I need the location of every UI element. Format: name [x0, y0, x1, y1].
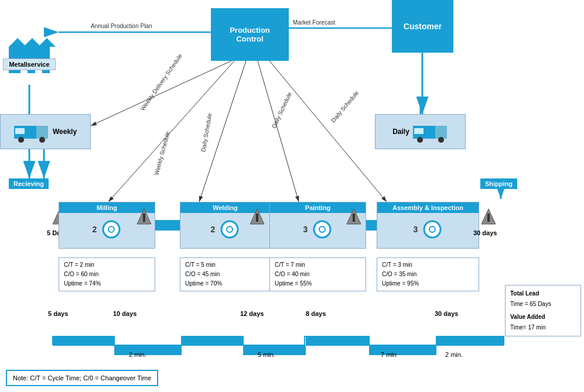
svg-marker-26 — [9, 38, 26, 47]
svg-point-34 — [18, 137, 24, 143]
timeline-day-3: 12 days — [240, 310, 264, 317]
welding-co: C/O = 45 min — [185, 270, 265, 279]
timeline-day-5: 30 days — [435, 310, 458, 317]
timeline-bar-2 — [182, 336, 243, 346]
timeline-bar-4 — [436, 336, 504, 346]
svg-line-13 — [108, 61, 234, 202]
svg-rect-33 — [15, 128, 25, 134]
painting-circle-icon — [312, 219, 332, 239]
painting-ct: C/T = 7 min — [275, 260, 361, 270]
value-added-label: Value Added — [510, 312, 576, 322]
truck-icon — [14, 120, 49, 143]
svg-rect-61 — [487, 214, 490, 222]
total-lead-label: Total Lead — [510, 288, 576, 299]
svg-point-40 — [438, 137, 444, 143]
customer-label: Customer — [404, 22, 442, 31]
summary-box: Total Lead Time = 65 Days Value Added Ti… — [505, 285, 581, 336]
milling-circle-icon — [101, 219, 121, 239]
assembly-uptime: Uptime = 95% — [382, 279, 474, 288]
inventory-triangle-3 — [249, 208, 265, 230]
svg-rect-57 — [353, 214, 355, 222]
production-control-label: Production Control — [230, 26, 270, 43]
svg-point-39 — [417, 137, 423, 143]
shipping-label: Shipping — [480, 178, 517, 189]
inventory-days-5: 30 days — [473, 229, 497, 236]
assembly-title: Assembly & Inspection — [377, 202, 479, 213]
note-text: Note: C/T = Cycle Time; C/0 = Changeover… — [13, 374, 151, 381]
milling-co: C/O = 60 min — [64, 270, 150, 279]
svg-line-16 — [269, 61, 387, 202]
svg-rect-52 — [256, 214, 258, 222]
svg-line-14 — [199, 61, 246, 202]
assembly-co: C/O = 35 min — [382, 270, 474, 279]
timeline-min-3: 7 min — [381, 351, 397, 358]
painting-workers: 3 — [303, 225, 308, 234]
painting-uptime: Uptime = 55% — [275, 279, 361, 288]
assembly-ct: C/T = 3 min — [382, 260, 474, 270]
value-added-value: Time= 17 min — [510, 322, 576, 333]
svg-marker-28 — [38, 38, 56, 47]
receiving-label: Recieving — [9, 178, 49, 189]
timeline-day-2: 10 days — [113, 310, 136, 317]
timeline-bar-1 — [53, 336, 114, 346]
timeline-min-bar-3 — [369, 346, 436, 355]
welding-info: C/T = 5 min C/O = 45 min Uptime = 70% — [180, 257, 271, 291]
weekly-label: Weekly — [53, 128, 77, 136]
milling-uptime: Uptime = 74% — [64, 279, 150, 288]
milling-workers: 2 — [93, 225, 97, 234]
svg-text:Daily Schedule: Daily Schedule — [271, 91, 293, 129]
svg-marker-37 — [435, 126, 447, 139]
inventory-triangle-4 — [346, 208, 362, 230]
svg-point-53 — [314, 221, 330, 238]
milling-info: C/T = 2 min C/O = 60 min Uptime = 74% — [59, 257, 155, 291]
welding-uptime: Uptime = 70% — [185, 279, 265, 288]
timeline-day-1: 5 days — [48, 310, 68, 317]
svg-line-12 — [91, 61, 231, 126]
timeline-bar-3 — [306, 336, 369, 346]
timeline-min-bar-1 — [114, 346, 182, 355]
assembly-box: Assembly & Inspection 3 — [377, 202, 479, 249]
truck-icon-daily — [413, 120, 448, 143]
assembly-circle-icon — [422, 219, 442, 239]
timeline-min-1: 2 min. — [129, 351, 146, 358]
assembly-info: C/T = 3 min C/O = 35 min Uptime = 95% — [377, 257, 479, 291]
daily-truck: Daily — [375, 114, 466, 149]
svg-text:Weekly Delivery Schedule: Weekly Delivery Schedule — [139, 52, 184, 112]
timeline-min-4: 2 min. — [445, 351, 463, 358]
timeline-day-4: 8 days — [306, 310, 326, 317]
customer-box: Customer — [392, 0, 453, 53]
svg-marker-32 — [36, 126, 48, 139]
svg-rect-38 — [414, 128, 424, 134]
welding-workers: 2 — [211, 225, 216, 234]
svg-text:Daily Schedule: Daily Schedule — [200, 112, 213, 152]
assembly-workers: 3 — [414, 225, 418, 234]
svg-point-43 — [103, 221, 119, 238]
welding-circle-icon — [220, 219, 240, 239]
svg-line-15 — [258, 61, 299, 202]
svg-point-35 — [39, 137, 45, 143]
svg-rect-47 — [143, 214, 145, 222]
svg-point-58 — [424, 221, 440, 238]
timeline-min-2: 5 min. — [258, 351, 275, 358]
inventory-triangle-2 — [136, 208, 152, 230]
daily-label: Daily — [392, 128, 409, 136]
svg-point-48 — [221, 221, 238, 238]
svg-marker-27 — [23, 38, 41, 47]
inventory-triangle-5 — [480, 208, 497, 230]
svg-text:Market Forecast: Market Forecast — [293, 19, 335, 26]
weekly-truck: Weekly — [0, 114, 91, 149]
total-lead-value: Time = 65 Days — [510, 299, 576, 310]
painting-co: C/O = 40 min — [275, 270, 361, 279]
metallservice-label: Metallservice — [3, 59, 56, 70]
production-control-box: Production Control — [211, 8, 289, 61]
svg-text:Annual Production Plan: Annual Production Plan — [91, 23, 152, 29]
painting-info: C/T = 7 min C/O = 40 min Uptime = 55% — [269, 257, 366, 291]
welding-ct: C/T = 5 min — [185, 260, 265, 270]
milling-ct: C/T = 2 min — [64, 260, 150, 270]
note-box: Note: C/T = Cycle Time; C/0 = Changeover… — [6, 370, 158, 386]
svg-text:Daily Schedule: Daily Schedule — [330, 90, 360, 124]
svg-text:Weekly Schedule: Weekly Schedule — [153, 130, 171, 176]
